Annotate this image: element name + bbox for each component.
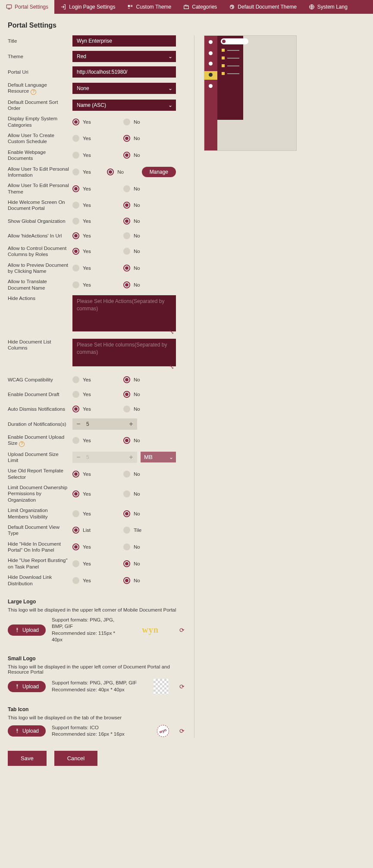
radio-apdc-yes[interactable]: Yes	[72, 265, 123, 272]
radio-auepi-yes[interactable]: Yes	[72, 169, 107, 175]
radio-desc-no[interactable]: No	[123, 119, 174, 125]
cancel-button[interactable]: Cancel	[54, 751, 97, 766]
radio-apdc-no[interactable]: No	[123, 265, 174, 272]
tab-default-doc-theme[interactable]: Default Document Theme	[223, 0, 303, 14]
small-logo-preview	[154, 679, 169, 694]
label-hdlc: Hide Document List Columns	[8, 339, 72, 351]
label-uorts: Use Old Report Template Selector	[8, 468, 72, 480]
radio-auepi-no[interactable]: No	[107, 169, 141, 175]
label-udsl: Upload Document Size Limit	[8, 451, 72, 464]
radio-edd-yes[interactable]: Yes	[72, 391, 123, 398]
page-title: Portal Settings	[8, 22, 365, 29]
label-edd: Enable Document Draft	[8, 391, 72, 397]
radio-auept-yes[interactable]: Yes	[72, 185, 123, 192]
radio-uorts-no[interactable]: No	[123, 471, 174, 478]
tab-portal-settings[interactable]: Portal Settings	[0, 0, 54, 14]
refresh-icon[interactable]: ⟳	[179, 727, 185, 734]
radio-ldop-no[interactable]: No	[123, 490, 174, 497]
upload-tab-icon-button[interactable]: ⭱Upload	[8, 725, 46, 737]
tab-system-lang[interactable]: System Lang	[303, 0, 354, 14]
radio-icon	[72, 265, 79, 272]
tab-icon-preview: wyn	[157, 725, 169, 737]
monitor-icon	[6, 4, 12, 10]
radio-wcag-no[interactable]: No	[123, 376, 174, 383]
tab-label: Categories	[192, 4, 217, 10]
radio-icon	[123, 391, 130, 398]
minus-icon[interactable]: −	[72, 420, 85, 428]
radio-hurb-no[interactable]: No	[123, 560, 174, 567]
radio-acdc-no[interactable]: No	[123, 248, 174, 255]
refresh-icon[interactable]: ⟳	[179, 627, 185, 634]
svg-point-4	[230, 5, 234, 9]
upload-small-logo-button[interactable]: ⭱Upload	[8, 681, 46, 692]
radio-acdc-yes[interactable]: Yes	[72, 248, 123, 255]
manage-button[interactable]: Manage	[142, 167, 176, 177]
radio-atdn-yes[interactable]: Yes	[72, 281, 123, 288]
radio-atdn-no[interactable]: No	[123, 281, 174, 288]
radio-sgo-yes[interactable]: Yes	[72, 218, 123, 225]
radio-hhip-yes[interactable]: Yes	[72, 543, 123, 550]
radio-ldop-yes[interactable]: Yes	[72, 490, 123, 497]
radio-hurb-yes[interactable]: Yes	[72, 560, 123, 567]
radio-desc-yes[interactable]: Yes	[72, 119, 123, 125]
resize-handle-icon[interactable]: ⤡	[169, 363, 174, 370]
save-button[interactable]: Save	[8, 751, 47, 766]
tab-login-page[interactable]: Login Page Settings	[54, 0, 121, 14]
tab-categories[interactable]: Categories	[177, 0, 223, 14]
radio-sgo-no[interactable]: No	[123, 218, 174, 225]
tab-custom-theme[interactable]: Custom Theme	[121, 0, 177, 14]
svg-rect-1	[128, 5, 130, 7]
radio-aha-no[interactable]: No	[123, 232, 174, 239]
help-icon[interactable]: ?	[19, 441, 25, 447]
stepper-value: 5	[85, 421, 125, 427]
radio-aucs-no[interactable]: No	[123, 135, 174, 142]
radio-lomv-no[interactable]: No	[123, 510, 174, 517]
hide-actions-textarea[interactable]	[72, 295, 176, 331]
radio-icon	[72, 406, 79, 412]
refresh-icon[interactable]: ⟳	[179, 683, 185, 690]
radio-ddvt-list[interactable]: List	[72, 527, 123, 534]
small-logo-desc: This logo will be displayed in the upper…	[8, 664, 185, 674]
radio-adn-no[interactable]: No	[123, 406, 174, 412]
resize-handle-icon[interactable]: ⤡	[169, 328, 174, 335]
upload-large-logo-button[interactable]: ⭱Upload	[8, 624, 46, 636]
radio-edus-yes[interactable]: Yes	[72, 437, 123, 444]
dlr-select[interactable]: None	[72, 83, 176, 94]
duration-stepper[interactable]: −5+	[72, 418, 137, 430]
hide-columns-textarea[interactable]	[72, 339, 176, 366]
radio-icon	[72, 437, 79, 444]
radio-edus-no[interactable]: No	[123, 437, 174, 444]
unit-select[interactable]: MB	[141, 452, 176, 462]
large-logo-desc: This logo will be displayed in the upper…	[8, 607, 185, 612]
radio-hdld-no[interactable]: No	[123, 577, 174, 584]
radio-wcag-yes[interactable]: Yes	[72, 376, 123, 383]
radio-aucs-yes[interactable]: Yes	[72, 135, 123, 142]
radio-icon	[72, 169, 79, 175]
radio-hdld-yes[interactable]: Yes	[72, 577, 123, 584]
radio-aha-yes[interactable]: Yes	[72, 232, 123, 239]
radio-hws-no[interactable]: No	[123, 202, 174, 209]
radio-ewd-no[interactable]: No	[123, 152, 174, 159]
portal-uri-input[interactable]	[72, 66, 176, 78]
radio-edd-no[interactable]: No	[123, 391, 174, 398]
radio-ewd-yes[interactable]: Yes	[72, 152, 123, 159]
radio-hws-yes[interactable]: Yes	[72, 202, 123, 209]
label-atdn: Allow to Translate Document Name	[8, 278, 72, 291]
title-input[interactable]	[72, 35, 176, 47]
upload-info: Support formats: PNG, JPG, BMP, GIFRecom…	[52, 680, 137, 693]
radio-auept-no[interactable]: No	[123, 185, 174, 192]
small-logo-title: Small Logo	[8, 656, 185, 662]
help-icon[interactable]: ?	[31, 89, 36, 95]
label-ha: Hide Actions	[8, 295, 72, 301]
radio-adn-yes[interactable]: Yes	[72, 406, 123, 412]
radio-icon	[123, 152, 130, 159]
radio-lomv-yes[interactable]: Yes	[72, 510, 123, 517]
theme-select[interactable]: Red	[72, 51, 176, 62]
label-don: Duration of Notifications(s)	[8, 421, 72, 427]
radio-hhip-no[interactable]: No	[123, 543, 174, 550]
plus-icon[interactable]: +	[125, 420, 137, 428]
radio-uorts-yes[interactable]: Yes	[72, 471, 123, 478]
radio-icon	[123, 135, 130, 142]
ddso-select[interactable]: Name (ASC)	[72, 100, 176, 111]
radio-ddvt-tile[interactable]: Tile	[123, 527, 174, 534]
